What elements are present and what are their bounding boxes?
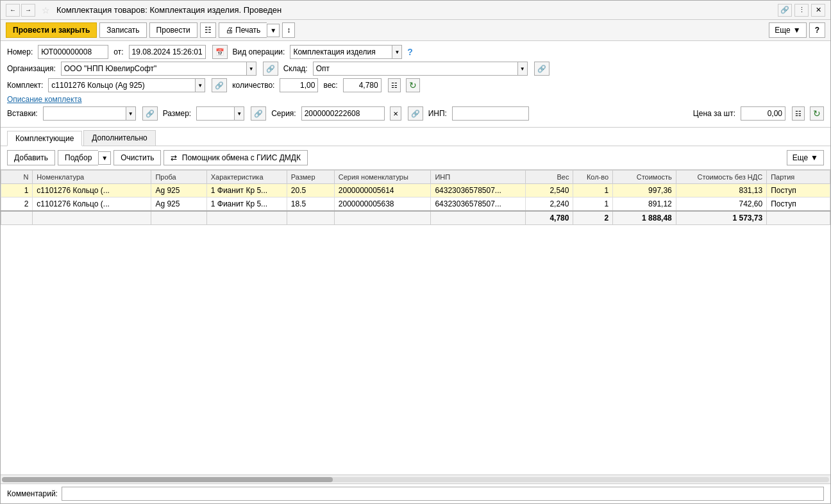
date-input[interactable] xyxy=(129,45,206,59)
table-footer: 4,780 2 1 888,48 1 573,73 xyxy=(1,211,830,225)
table-row[interactable]: 1с1101276 Кольцо (...Ag 9251 Фианит Кр 5… xyxy=(1,184,830,197)
operation-input[interactable] xyxy=(290,45,392,59)
more-tab-button[interactable]: Еще ▼ xyxy=(787,150,824,165)
add-button[interactable]: Добавить xyxy=(7,150,55,165)
inp-input[interactable] xyxy=(452,106,529,121)
save-button[interactable]: Записать xyxy=(99,22,146,38)
org-input[interactable] xyxy=(61,62,247,76)
cell-char: 1 Фианит Кр 5... xyxy=(206,197,287,212)
footer-size xyxy=(287,211,334,225)
cell-size: 18.5 xyxy=(287,197,334,212)
link-icon-btn[interactable]: 🔗 xyxy=(778,4,792,17)
cell-cost: 997,36 xyxy=(613,184,676,197)
select-arrow[interactable]: ▼ xyxy=(98,151,111,165)
org-select-wrap: ▼ xyxy=(61,62,256,76)
sklad-link-icon[interactable]: 🔗 xyxy=(534,62,550,76)
back-button[interactable]: ← xyxy=(6,4,20,17)
refresh-button[interactable]: ↻ xyxy=(406,78,420,92)
cell-series: 2000000005638 xyxy=(334,197,431,212)
org-arrow[interactable]: ▼ xyxy=(247,62,256,76)
col-header-qty: Кол-во xyxy=(573,171,613,184)
table-icon-button[interactable]: ☷ xyxy=(200,22,216,38)
sklad-input[interactable] xyxy=(313,62,518,76)
vstavki-link-icon[interactable]: 🔗 xyxy=(142,106,158,121)
scrollbar-thumb[interactable] xyxy=(2,477,333,482)
select-button[interactable]: Подбор xyxy=(58,150,98,165)
vstavki-arrow[interactable]: ▼ xyxy=(126,106,136,121)
footer-nom xyxy=(33,211,151,225)
col-header-size: Размер xyxy=(287,171,334,184)
clear-button[interactable]: Очистить xyxy=(113,150,161,165)
razmer-arrow[interactable]: ▼ xyxy=(235,106,244,121)
horizontal-scrollbar[interactable] xyxy=(1,475,830,483)
exchange-icon-button[interactable]: ↕ xyxy=(282,22,295,38)
qty-label: количество: xyxy=(232,81,274,90)
forward-button[interactable]: → xyxy=(21,4,35,17)
vstavki-input[interactable] xyxy=(43,106,126,121)
sklad-arrow[interactable]: ▼ xyxy=(518,62,528,76)
favorite-icon[interactable]: ☆ xyxy=(42,5,50,15)
cell-series: 2000000005614 xyxy=(334,184,431,197)
seria-clear-btn[interactable]: ✕ xyxy=(390,106,401,121)
post-button[interactable]: Провести xyxy=(149,22,197,38)
desc-link[interactable]: Описание комплекта xyxy=(7,95,81,104)
table-header-row: N Номенклатура Проба Характеристика Разм… xyxy=(1,171,830,184)
seria-link-icon[interactable]: 🔗 xyxy=(408,106,423,121)
table-row[interactable]: 2с1101276 Кольцо (...Ag 9251 Фианит Кр 5… xyxy=(1,197,830,212)
more-dots-button[interactable]: ⋮ xyxy=(794,4,809,17)
footer-cost: 1 888,48 xyxy=(613,211,676,225)
price-refresh-btn[interactable]: ↻ xyxy=(810,106,824,121)
cell-inp: 64323036578507... xyxy=(431,197,526,212)
cell-proba: Ag 925 xyxy=(151,184,206,197)
sklad-select-wrap: ▼ xyxy=(313,62,528,76)
komplekt-input[interactable] xyxy=(48,78,196,92)
nav-buttons: ← → xyxy=(6,4,35,17)
razmer-input[interactable] xyxy=(196,106,235,121)
close-button[interactable]: ✕ xyxy=(811,4,825,17)
price-input[interactable] xyxy=(741,106,785,121)
main-toolbar: Провести и закрыть Записать Провести ☷ 🖨… xyxy=(1,20,830,41)
price-table-icon[interactable]: ☷ xyxy=(792,106,805,121)
title-actions: 🔗 ⋮ ✕ xyxy=(778,4,825,17)
cell-size: 20.5 xyxy=(287,184,334,197)
tab-dopolnitelno[interactable]: Дополнительно xyxy=(83,130,155,146)
cell-party: Поступ xyxy=(767,197,830,212)
calendar-icon[interactable]: 📅 xyxy=(212,45,228,59)
qty-input[interactable] xyxy=(280,78,318,92)
cell-n: 2 xyxy=(1,197,33,212)
number-input[interactable] xyxy=(38,45,108,59)
vstavki-select-wrap: ▼ xyxy=(43,106,136,121)
ves-input[interactable] xyxy=(343,78,382,92)
more-button[interactable]: Еще ▼ xyxy=(769,22,806,38)
cell-ves: 2,540 xyxy=(526,184,573,197)
table-wrap[interactable]: N Номенклатура Проба Характеристика Разм… xyxy=(1,170,830,475)
seria-input[interactable] xyxy=(301,106,385,121)
print-arrow[interactable]: ▼ xyxy=(267,24,280,37)
footer-n xyxy=(1,211,33,225)
select-button-group: Подбор ▼ xyxy=(58,150,111,165)
help-button[interactable]: ? xyxy=(809,22,825,38)
comment-input[interactable] xyxy=(62,487,824,501)
razmer-link-icon[interactable]: 🔗 xyxy=(251,106,266,121)
komplekt-arrow[interactable]: ▼ xyxy=(196,78,205,92)
ves-table-icon[interactable]: ☷ xyxy=(388,78,401,92)
post-and-close-button[interactable]: Провести и закрыть xyxy=(6,22,97,38)
assistant-button[interactable]: ⇄ Помощник обмена с ГИИС ДМДК xyxy=(164,150,308,165)
col-header-cost-nds: Стоимость без НДС xyxy=(676,171,766,184)
org-label: Организация: xyxy=(7,64,56,73)
komplekt-select-wrap: ▼ xyxy=(48,78,205,92)
komplekt-link-icon[interactable]: 🔗 xyxy=(212,78,227,92)
org-link-icon[interactable]: 🔗 xyxy=(263,62,278,76)
tab-komplektuyuschie[interactable]: Комплектующие xyxy=(7,131,82,146)
price-label: Цена за шт: xyxy=(693,109,735,118)
operation-arrow[interactable]: ▼ xyxy=(392,45,402,59)
cell-qty: 1 xyxy=(573,197,613,212)
print-button-group: 🖨 Печать ▼ xyxy=(219,22,280,38)
cell-ves: 2,240 xyxy=(526,197,573,212)
help-inline-icon[interactable]: ? xyxy=(407,47,413,57)
table-body: 1с1101276 Кольцо (...Ag 9251 Фианит Кр 5… xyxy=(1,184,830,212)
print-button[interactable]: 🖨 Печать xyxy=(219,22,267,38)
form-row-1: Номер: от: 📅 Вид операции: ▼ ? xyxy=(7,45,824,59)
main-window: ← → ☆ Комплектация товаров: Комплектация… xyxy=(0,0,831,504)
footer-inp xyxy=(431,211,526,225)
